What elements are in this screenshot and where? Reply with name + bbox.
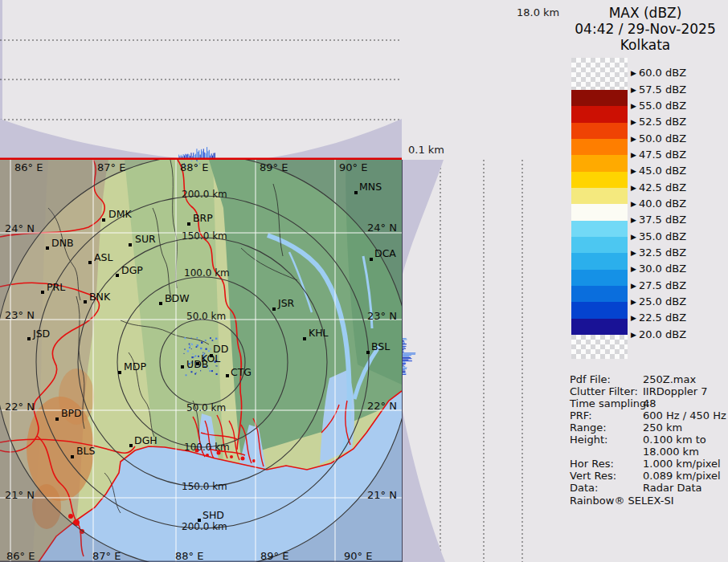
dbz-label: ▶60.0 dBZ [631,67,686,78]
product-metadata: Pdf File:250Z.maxClutter Filter:IIRDoppl… [570,373,728,494]
dbz-label: ▶22.5 dBZ [631,312,686,323]
metadata-value: Radar Data [643,482,701,494]
dbz-label: ▶50.0 dBZ [631,133,686,144]
dbz-label: ▶27.5 dBZ [631,280,686,291]
timestamp: 04:42 / 29-Nov-2025 [562,21,728,37]
tick-arrow-icon: ▶ [631,167,636,175]
dbz-label-text: 55.0 dBZ [639,100,686,112]
tick-arrow-icon: ▶ [631,69,636,77]
dbz-band [571,335,628,359]
dbz-label: ▶55.0 dBZ [631,100,686,111]
dbz-label-text: 25.0 dBZ [639,295,686,307]
metadata-row: Data:Radar Data [570,482,728,494]
metadata-row: Height:0.100 km to [570,434,728,446]
dbz-label: ▶20.0 dBZ [631,329,686,340]
dbz-label: ▶25.0 dBZ [631,296,686,307]
tick-arrow-icon: ▶ [631,216,636,224]
metadata-label: Time sampling: [570,397,643,409]
tick-arrow-icon: ▶ [631,184,636,192]
tick-arrow-icon: ▶ [631,118,636,126]
metadata-row: Vert Res:0.089 km/pixel [570,470,728,482]
metadata-value: IIRDoppler 7 [643,385,708,397]
dbz-label-text: 52.5 dBZ [639,116,686,128]
dbz-label: ▶37.5 dBZ [631,214,686,225]
dbz-label: ▶42.5 dBZ [631,182,686,193]
dbz-band [571,139,628,155]
title-block: MAX (dBZ) 04:42 / 29-Nov-2025 Kolkata [562,5,728,53]
metadata-value: 18.000 km [643,446,699,458]
metadata-row: Time sampling:48 [570,397,728,409]
dbz-label: ▶30.0 dBZ [631,263,686,274]
tick-arrow-icon: ▶ [631,331,636,339]
tick-arrow-icon: ▶ [631,102,636,110]
dbz-band [571,90,628,106]
dbz-band [571,319,628,335]
dbz-label-text: 27.5 dBZ [639,279,686,291]
dbz-label-text: 37.5 dBZ [639,214,686,226]
tick-arrow-icon: ▶ [631,233,636,241]
dbz-label-text: 22.5 dBZ [639,312,686,324]
dbz-label: ▶35.0 dBZ [631,231,686,242]
dbz-label-text: 35.0 dBZ [639,230,686,242]
dbz-band [571,106,628,122]
dbz-band [571,270,628,286]
dbz-band [571,221,628,237]
product-title: MAX (dBZ) [562,5,728,21]
metadata-value: 250 km [643,422,682,434]
metadata-row: 18.000 km [570,446,728,458]
dbz-band [571,172,628,188]
tick-arrow-icon: ▶ [631,86,636,94]
dbz-label: ▶57.5 dBZ [631,84,686,95]
metadata-label: PRF: [570,409,643,422]
metadata-row: Hor Res:1.000 km/pixel [570,458,728,470]
dbz-band [571,123,628,139]
metadata-label [570,446,643,458]
metadata-label: Data: [570,482,643,494]
dbz-label-text: 40.0 dBZ [639,198,686,210]
tick-arrow-icon: ▶ [631,135,636,143]
metadata-value: 48 [643,397,656,409]
dbz-label: ▶32.5 dBZ [631,247,686,258]
dbz-label-text: 42.5 dBZ [639,181,686,193]
dbz-label: ▶45.0 dBZ [631,165,686,176]
dbz-label-text: 57.5 dBZ [639,83,686,96]
metadata-label: Height: [570,434,643,446]
dbz-label: ▶47.5 dBZ [631,149,686,160]
dbz-label-text: 30.0 dBZ [639,263,686,275]
metadata-label: Vert Res: [570,470,643,482]
dbz-band [571,253,628,269]
dbz-band [571,302,628,318]
metadata-label: Pdf File: [570,373,643,385]
legend-panel: MAX (dBZ) 04:42 / 29-Nov-2025 Kolkata ▶6… [562,0,728,562]
metadata-row: Range:250 km [570,422,728,434]
dbz-band [571,58,628,90]
dbz-label-text: 50.0 dBZ [639,132,686,145]
radar-station-name: Kolkata [562,37,728,53]
beam-coverage-wedge-bottom [402,407,445,562]
top-height-projection-panel [0,0,402,160]
metadata-row: Clutter Filter:IIRDoppler 7 [570,385,728,397]
metadata-value: 250Z.max [643,373,696,385]
dbz-band [571,286,628,302]
dbz-label: ▶52.5 dBZ [631,116,686,127]
metadata-row: Pdf File:250Z.max [570,373,728,385]
dbz-band [571,188,628,204]
height-axis-max-label: 18.0 km [517,6,559,18]
metadata-row: PRF:600 Hz / 450 Hz [570,409,728,422]
height-axis-min-label: 0.1 km [408,144,444,156]
dbz-label-text: 45.0 dBZ [639,165,686,177]
tick-arrow-icon: ▶ [631,265,636,273]
radar-echo-profile [402,338,415,375]
tick-arrow-icon: ▶ [631,282,636,290]
metadata-value: 600 Hz / 450 Hz [643,409,726,422]
software-brand: Rainbow® SELEX-SI [570,495,674,507]
dbz-band [571,204,628,220]
beam-coverage-wedge-top [402,160,444,277]
dbz-band [571,237,628,253]
metadata-value: 0.089 km/pixel [643,470,721,482]
tick-arrow-icon: ▶ [631,298,636,306]
radar-display-window: 18.0 km 0.1 km [0,0,728,562]
metadata-value: 1.000 km/pixel [643,458,721,470]
dbz-label: ▶40.0 dBZ [631,198,686,209]
metadata-value: 0.100 km to [643,434,706,446]
